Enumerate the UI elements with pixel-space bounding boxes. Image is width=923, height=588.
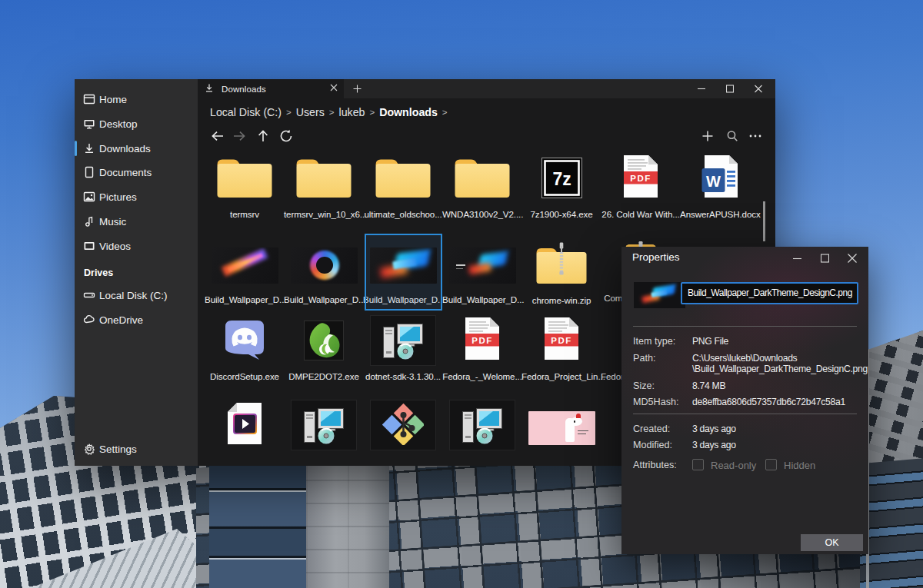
svg-text:7z: 7z — [552, 169, 571, 189]
svg-text:PDF: PDF — [551, 336, 572, 345]
svg-text:W: W — [706, 173, 721, 190]
svg-text:PDF: PDF — [471, 336, 493, 345]
svg-text:PDF: PDF — [630, 174, 651, 183]
